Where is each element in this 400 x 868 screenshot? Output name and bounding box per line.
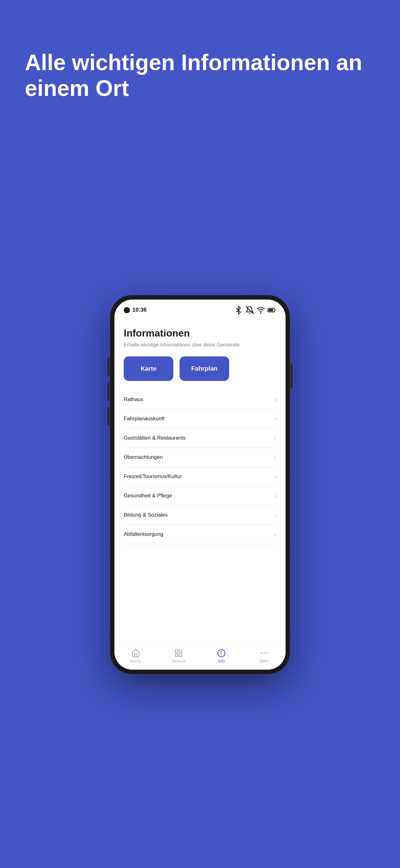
nav-item-info[interactable]: Info bbox=[209, 649, 234, 663]
chevron-icon: › bbox=[274, 512, 276, 519]
svg-point-11 bbox=[221, 651, 222, 652]
menu-item-label: Übernachtungen bbox=[124, 454, 163, 460]
menu-list: Rathaus › Fahrplanauskunft › Gaststätten… bbox=[124, 390, 276, 544]
chevron-icon: › bbox=[274, 473, 276, 480]
svg-point-1 bbox=[261, 313, 261, 313]
chevron-icon: › bbox=[274, 416, 276, 422]
menu-item-label: Gaststätten & Restaurants bbox=[124, 435, 186, 441]
svg-point-13 bbox=[261, 653, 262, 653]
phone-device: 10:36 bbox=[110, 295, 290, 674]
karte-button[interactable]: Karte bbox=[124, 356, 173, 381]
nav-item-home[interactable]: Home bbox=[124, 649, 148, 663]
svg-rect-7 bbox=[179, 654, 182, 656]
app-content: Informationen Erhalte wichtige Informati… bbox=[114, 318, 286, 670]
info-circle-icon bbox=[217, 649, 226, 657]
menu-item-label: Rathaus bbox=[124, 397, 143, 403]
status-icons bbox=[234, 306, 276, 314]
svg-point-15 bbox=[266, 653, 267, 653]
camera-icon bbox=[124, 307, 130, 313]
grid-icon bbox=[174, 649, 183, 657]
phone-wrapper: 10:36 bbox=[110, 120, 290, 868]
hero-section: Alle wichtigen Informationen an einem Or… bbox=[0, 0, 400, 120]
chevron-icon: › bbox=[274, 493, 276, 499]
menu-item-label: Fahrplanauskunft bbox=[124, 416, 164, 422]
app-main: Informationen Erhalte wichtige Informati… bbox=[114, 318, 286, 645]
hero-title: Alle wichtigen Informationen an einem Or… bbox=[25, 50, 375, 101]
svg-rect-5 bbox=[175, 650, 178, 652]
bell-muted-icon bbox=[245, 306, 254, 314]
battery-icon bbox=[268, 306, 276, 314]
menu-item-gesundheit[interactable]: Gesundheit & Pflege › bbox=[124, 487, 276, 506]
nav-label-home: Home bbox=[131, 659, 141, 663]
wifi-icon bbox=[257, 306, 265, 314]
menu-item-label: Gesundheit & Pflege bbox=[124, 493, 172, 499]
nav-label-info: Info bbox=[218, 659, 225, 663]
menu-item-label: Bildung & Soziales bbox=[124, 512, 168, 518]
chevron-icon: › bbox=[274, 531, 276, 538]
menu-item-fahrplanauskunft[interactable]: Fahrplanauskunft › bbox=[124, 409, 276, 429]
menu-item-uebernachtungen[interactable]: Übernachtungen › bbox=[124, 448, 276, 467]
menu-item-bildung[interactable]: Bildung & Soziales › bbox=[124, 506, 276, 525]
svg-rect-6 bbox=[179, 650, 182, 652]
chevron-icon: › bbox=[274, 397, 276, 403]
menu-item-rathaus[interactable]: Rathaus › bbox=[124, 390, 276, 409]
menu-item-abfall[interactable]: Abfallentsorgung › bbox=[124, 525, 276, 544]
menu-item-freizeit[interactable]: Freizeit/Tourismus/Kultur › bbox=[124, 467, 276, 487]
nav-label-mehr: Mehr bbox=[260, 659, 269, 663]
chevron-icon: › bbox=[274, 435, 276, 441]
nav-label-service: Service bbox=[172, 659, 185, 663]
bottom-nav: Home Service bbox=[114, 645, 286, 670]
quick-buttons: Karte Fahrplan bbox=[124, 356, 276, 381]
app-subtitle: Erhalte wichtige Informationen über dein… bbox=[124, 342, 276, 348]
nav-item-mehr[interactable]: Mehr bbox=[252, 649, 276, 663]
more-icon bbox=[260, 649, 269, 657]
menu-item-label: Abfallentsorgung bbox=[124, 531, 163, 537]
svg-point-14 bbox=[264, 653, 265, 653]
bluetooth-icon bbox=[234, 306, 243, 314]
home-icon bbox=[131, 649, 140, 657]
vol-button-2 bbox=[108, 407, 109, 426]
phone-screen: 10:36 bbox=[114, 300, 286, 670]
svg-rect-4 bbox=[269, 309, 273, 311]
chevron-icon: › bbox=[274, 454, 276, 461]
menu-item-label: Freizeit/Tourismus/Kultur bbox=[124, 473, 182, 479]
vol-button-1 bbox=[108, 382, 109, 401]
status-time: 10:36 bbox=[124, 307, 147, 313]
svg-rect-8 bbox=[175, 654, 178, 656]
menu-item-gaststaetten[interactable]: Gaststätten & Restaurants › bbox=[124, 429, 276, 448]
nav-item-service[interactable]: Service bbox=[166, 649, 191, 663]
status-bar: 10:36 bbox=[114, 300, 286, 318]
app-title: Informationen bbox=[124, 328, 276, 339]
fahrplan-button[interactable]: Fahrplan bbox=[179, 356, 229, 381]
svg-line-0 bbox=[245, 306, 254, 314]
